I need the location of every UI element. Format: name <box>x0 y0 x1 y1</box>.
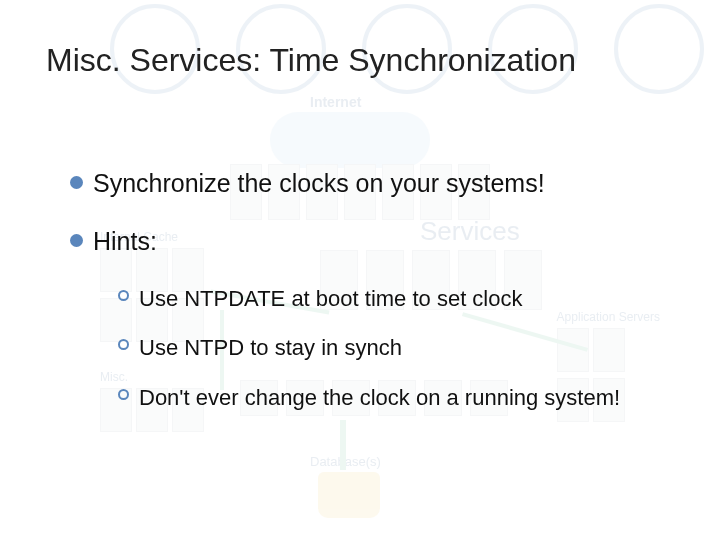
bullet-synchronize: Synchronize the clocks on your systems! <box>70 167 680 201</box>
hint-text: Use NTPD to stay in synch <box>139 332 402 364</box>
hint-ntpdate: Use NTPDATE at boot time to set clock <box>118 283 680 315</box>
bullet-dot-icon <box>70 234 83 247</box>
hint-text: Don't ever change the clock on a running… <box>139 382 620 414</box>
bullet-ring-icon <box>118 339 129 350</box>
bullet-hints: Hints: <box>70 225 680 259</box>
bullet-text: Synchronize the clocks on your systems! <box>93 167 545 201</box>
hint-ntpd: Use NTPD to stay in synch <box>118 332 680 364</box>
bullet-ring-icon <box>118 290 129 301</box>
slide-title: Misc. Services: Time Synchronization <box>46 42 680 79</box>
slide: Misc. Services: Time Synchronization Syn… <box>0 0 720 540</box>
hint-dont-change-clock: Don't ever change the clock on a running… <box>118 382 680 414</box>
bullet-ring-icon <box>118 389 129 400</box>
bullet-dot-icon <box>70 176 83 189</box>
bullet-text: Hints: <box>93 225 157 259</box>
hint-text: Use NTPDATE at boot time to set clock <box>139 283 523 315</box>
